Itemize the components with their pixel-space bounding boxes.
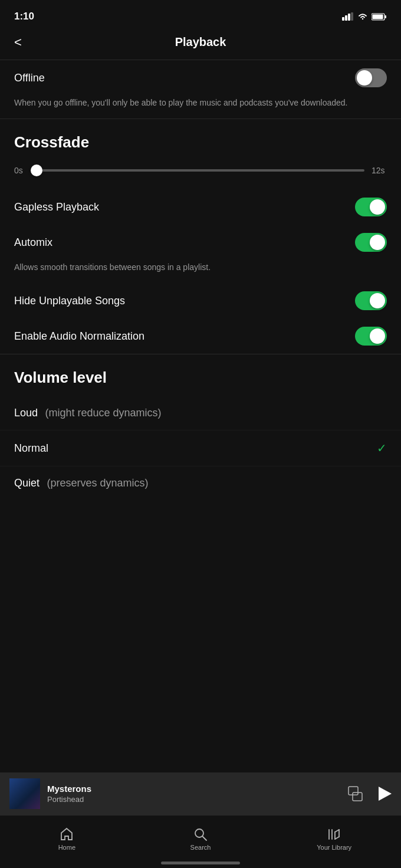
- gapless-toggle[interactable]: [355, 198, 387, 216]
- gapless-label: Gapless Playback: [14, 201, 99, 213]
- offline-label: Offline: [14, 72, 45, 84]
- volume-quiet-sublabel: (preserves dynamics): [47, 477, 148, 489]
- library-icon: [327, 827, 341, 841]
- svg-rect-1: [345, 15, 347, 21]
- volume-quiet-label: Quiet: [14, 477, 40, 489]
- wifi-icon: [357, 12, 368, 21]
- automix-row: Automix: [0, 225, 401, 260]
- svg-rect-0: [342, 17, 344, 21]
- crossfade-min-label: 0s: [14, 166, 29, 175]
- offline-row: Offline: [0, 60, 401, 96]
- nav-home-label: Home: [58, 844, 75, 851]
- automix-label: Automix: [14, 236, 52, 249]
- status-bar: 1:10: [0, 0, 401, 29]
- gapless-row: Gapless Playback: [0, 189, 401, 225]
- hide-unplayable-toggle[interactable]: [355, 291, 387, 310]
- track-artist: Portishead: [47, 795, 341, 804]
- normalization-label: Enable Audio Normalization: [14, 330, 144, 343]
- track-info: Mysterons Portishead: [47, 784, 341, 804]
- offline-toggle[interactable]: [355, 68, 387, 87]
- svg-rect-5: [385, 15, 387, 18]
- status-time: 1:10: [14, 11, 34, 22]
- back-button[interactable]: <: [14, 35, 22, 50]
- crossfade-max-label: 12s: [372, 166, 387, 175]
- automix-toggle[interactable]: [355, 233, 387, 252]
- svg-rect-8: [353, 793, 362, 801]
- nav-home[interactable]: Home: [0, 816, 134, 856]
- svg-marker-9: [379, 787, 392, 801]
- crossfade-thumb[interactable]: [31, 165, 42, 176]
- search-icon: [193, 827, 208, 841]
- album-art-inner: [9, 778, 40, 809]
- signal-icon: [342, 12, 354, 21]
- nav-library[interactable]: Your Library: [267, 816, 401, 856]
- svg-line-14: [335, 830, 339, 832]
- automix-toggle-knob: [370, 235, 385, 250]
- volume-quiet-row[interactable]: Quiet (preserves dynamics): [0, 466, 401, 500]
- svg-rect-7: [349, 787, 358, 795]
- status-icons: [342, 12, 387, 21]
- track-name: Mysterons: [47, 784, 341, 794]
- svg-rect-3: [351, 12, 353, 21]
- normalization-toggle[interactable]: [355, 327, 387, 346]
- volume-quiet-labels: Quiet (preserves dynamics): [14, 477, 149, 489]
- svg-rect-6: [373, 14, 383, 19]
- bottom-nav: Home Search Your Library: [0, 815, 401, 868]
- volume-loud-labels: Loud (might reduce dynamics): [14, 407, 162, 419]
- crossfade-slider-row: 0s 12s: [14, 166, 387, 175]
- volume-normal-labels: Normal: [14, 442, 48, 455]
- volume-heading: Volume level: [0, 354, 401, 396]
- volume-normal-check: ✓: [377, 441, 387, 455]
- crossfade-track[interactable]: [37, 169, 364, 172]
- home-indicator: [161, 862, 240, 864]
- content-area: Offline When you go offline, you'll only…: [0, 60, 401, 606]
- automix-description: Allows smooth transitions between songs …: [0, 260, 401, 283]
- page-title: Playback: [175, 35, 226, 49]
- album-art: [9, 778, 40, 809]
- normalization-row: Enable Audio Normalization: [0, 318, 401, 354]
- volume-loud-sublabel: (might reduce dynamics): [45, 407, 162, 419]
- volume-normal-row[interactable]: Normal ✓: [0, 430, 401, 466]
- now-playing-bar: Mysterons Portishead: [0, 772, 401, 815]
- volume-normal-label: Normal: [14, 442, 48, 454]
- svg-rect-2: [348, 14, 350, 21]
- nav-search-label: Search: [190, 844, 211, 851]
- svg-line-15: [335, 837, 339, 839]
- hide-unplayable-label: Hide Unplayable Songs: [14, 295, 125, 307]
- offline-description: When you go offline, you'll only be able…: [0, 96, 401, 119]
- nav-library-label: Your Library: [317, 844, 351, 851]
- crossfade-container: 0s 12s: [0, 161, 401, 189]
- hide-unplayable-row: Hide Unplayable Songs: [0, 283, 401, 318]
- volume-loud-label: Loud: [14, 407, 38, 419]
- battery-icon: [372, 13, 387, 21]
- connect-device-icon[interactable]: [348, 786, 367, 801]
- offline-toggle-knob: [357, 70, 372, 86]
- nav-search[interactable]: Search: [134, 816, 268, 856]
- svg-line-11: [203, 836, 207, 840]
- volume-loud-row[interactable]: Loud (might reduce dynamics): [0, 396, 401, 430]
- normalization-toggle-knob: [370, 328, 385, 344]
- page-header: < Playback: [0, 29, 401, 60]
- crossfade-heading: Crossfade: [0, 119, 401, 161]
- gapless-toggle-knob: [370, 199, 385, 215]
- now-playing-controls: [348, 786, 392, 801]
- hide-unplayable-toggle-knob: [370, 293, 385, 308]
- play-button-icon[interactable]: [379, 787, 392, 801]
- home-icon: [60, 827, 74, 841]
